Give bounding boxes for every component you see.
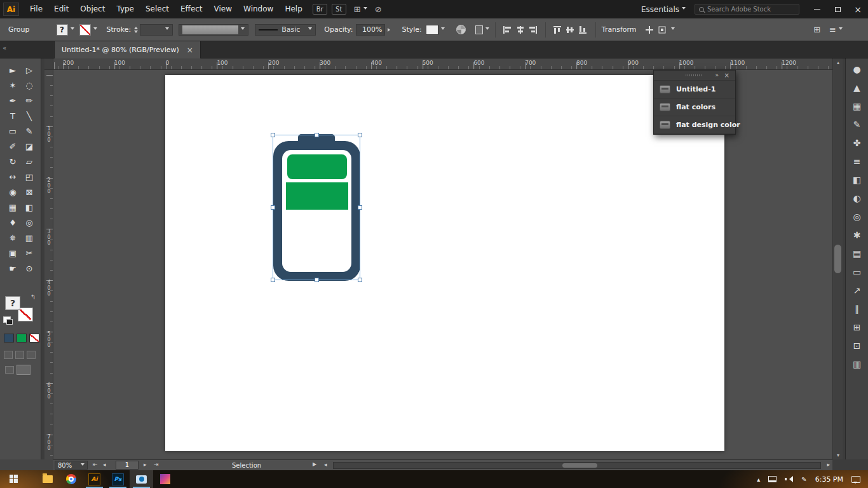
width-tool[interactable]: ↔: [5, 170, 20, 184]
selection-tool[interactable]: ►: [5, 63, 20, 77]
align-center-button[interactable]: [514, 24, 527, 36]
swap-fill-stroke-icon[interactable]: ↰: [31, 294, 36, 301]
restore-button[interactable]: [827, 0, 848, 18]
blend-tool[interactable]: ◎: [22, 215, 37, 229]
pen-tool[interactable]: ✒: [5, 93, 20, 107]
library-item[interactable]: flat colors: [654, 98, 735, 116]
align-top-button[interactable]: [552, 24, 564, 36]
graphic-styles-panel-icon[interactable]: ✱: [853, 230, 861, 240]
scroll-left-icon[interactable]: ◂: [324, 461, 327, 468]
menu-item[interactable]: File: [24, 0, 48, 18]
workspace-switcher[interactable]: Essentials: [641, 5, 686, 14]
taskbar-photoshop[interactable]: Ps: [106, 470, 130, 488]
clock[interactable]: 6:35 PM: [815, 475, 843, 484]
close-panel-icon[interactable]: ×: [724, 72, 729, 79]
stroke-weight-stepper[interactable]: [134, 25, 138, 35]
pen-icon[interactable]: ✎: [801, 476, 806, 483]
transparency-panel-icon[interactable]: ◐: [853, 193, 860, 203]
document-tab[interactable]: Untitled-1* @ 80% (RGB/Preview) ×: [54, 41, 201, 58]
width-profile-select[interactable]: [179, 24, 248, 36]
stroke-panel-icon[interactable]: ≡: [853, 156, 861, 166]
eyedropper-tool[interactable]: ♦: [5, 215, 20, 229]
first-artboard-icon[interactable]: ⇤: [93, 461, 98, 468]
dock-grid-icon[interactable]: ⊞: [813, 25, 820, 34]
default-fill-stroke-icon[interactable]: [3, 316, 11, 323]
scroll-up-icon[interactable]: ▴: [833, 60, 843, 65]
align-bottom-button[interactable]: [577, 24, 590, 36]
vertical-scrollbar[interactable]: ▴ ▾: [832, 58, 843, 459]
tab-close-icon[interactable]: ×: [187, 46, 193, 55]
menu-item[interactable]: Object: [74, 0, 111, 18]
line-segment-tool[interactable]: ╲: [22, 109, 37, 123]
lasso-tool[interactable]: ◌: [22, 78, 37, 92]
transform-reference-icon[interactable]: [643, 24, 656, 36]
layers-panel-icon[interactable]: ▤: [853, 248, 861, 259]
fill-color-swatch[interactable]: ?: [57, 24, 68, 36]
horizontal-ruler[interactable]: 2001000100200300400500600700800900100011…: [53, 58, 832, 70]
collapse-tools-icon[interactable]: «: [3, 44, 6, 51]
appearance-panel-icon[interactable]: ◎: [853, 212, 860, 222]
shape-builder-tool[interactable]: ◉: [5, 185, 20, 199]
color-settings-icon[interactable]: [5, 366, 14, 374]
column-graph-tool[interactable]: ▥: [22, 231, 37, 245]
mesh-tool[interactable]: ▦: [5, 200, 20, 214]
color-panel-icon[interactable]: ●: [853, 64, 860, 74]
library-item[interactable]: flat design color: [654, 116, 735, 134]
fill-indicator-swatch[interactable]: ?: [5, 296, 20, 310]
stock-button[interactable]: St: [332, 4, 346, 15]
align-middle-button[interactable]: [564, 24, 577, 36]
expand-panel-icon[interactable]: »: [715, 72, 719, 78]
panel-header[interactable]: » ×: [654, 71, 735, 81]
selection-handle-se[interactable]: [358, 278, 362, 282]
menu-item[interactable]: Effect: [175, 0, 208, 18]
selection-handle-s[interactable]: [315, 278, 319, 282]
zoom-tool[interactable]: ⊙: [22, 261, 37, 275]
stroke-color-swatch[interactable]: [79, 24, 91, 36]
more-options-icon[interactable]: [656, 24, 668, 36]
pencil-tool[interactable]: ✐: [5, 139, 20, 153]
taskbar-media-app[interactable]: [153, 470, 177, 488]
screen-mode-button[interactable]: [17, 365, 31, 375]
graphic-style-swatch[interactable]: [426, 25, 438, 35]
artboard-tool[interactable]: ▣: [5, 246, 20, 260]
gradient-tool[interactable]: ◧: [22, 200, 37, 214]
selection-handle-ne[interactable]: [358, 133, 362, 137]
rotate-tool[interactable]: ↻: [5, 154, 20, 168]
direct-selection-tool[interactable]: ▷: [22, 63, 37, 77]
close-button[interactable]: ×: [848, 0, 868, 18]
hand-tool[interactable]: ☛: [5, 261, 20, 275]
stroke-weight-select[interactable]: [140, 24, 173, 36]
draw-normal-button[interactable]: [4, 351, 13, 359]
network-icon[interactable]: [768, 476, 776, 482]
transform-panel-icon[interactable]: ⊡: [853, 341, 861, 351]
draw-behind-button[interactable]: [15, 351, 24, 359]
brush-definition-select[interactable]: Basic: [255, 24, 316, 36]
taskbar-illustrator[interactable]: Ai: [83, 470, 106, 488]
vertical-scrollbar-thumb[interactable]: [834, 245, 841, 273]
gradient-panel-icon[interactable]: ◧: [853, 175, 861, 185]
selection-handle-nw[interactable]: [271, 133, 275, 137]
menu-item[interactable]: Select: [140, 0, 175, 18]
volume-icon[interactable]: [785, 475, 793, 483]
gpu-performance-icon[interactable]: ⊘: [375, 4, 382, 14]
selection-handle-w[interactable]: [271, 205, 275, 210]
perspective-grid-tool[interactable]: ⊠: [22, 185, 37, 199]
artboard-number-input[interactable]: 1: [116, 461, 139, 470]
artboard[interactable]: [165, 75, 724, 451]
symbols-panel-icon[interactable]: ✤: [853, 138, 861, 148]
taskbar-file-explorer[interactable]: [36, 470, 59, 488]
swatches-panel-icon[interactable]: ▦: [853, 101, 861, 111]
horizontal-scrollbar-thumb[interactable]: [562, 463, 597, 468]
panel-menu-icon[interactable]: ≡: [829, 25, 836, 34]
action-center-icon[interactable]: [851, 476, 860, 483]
selection-handle-n[interactable]: [315, 133, 319, 137]
slice-tool[interactable]: ✂: [22, 246, 37, 260]
menu-item[interactable]: Edit: [48, 0, 74, 18]
color-guide-panel-icon[interactable]: ▲: [853, 83, 860, 93]
last-artboard-icon[interactable]: ⇥: [154, 461, 159, 468]
document-setup-icon[interactable]: [475, 25, 483, 34]
draw-inside-button[interactable]: [27, 351, 36, 359]
menu-item[interactable]: Window: [238, 0, 279, 18]
gradient-fill-button[interactable]: [17, 334, 27, 342]
vertical-ruler[interactable]: 100200300400500600700: [44, 70, 53, 459]
